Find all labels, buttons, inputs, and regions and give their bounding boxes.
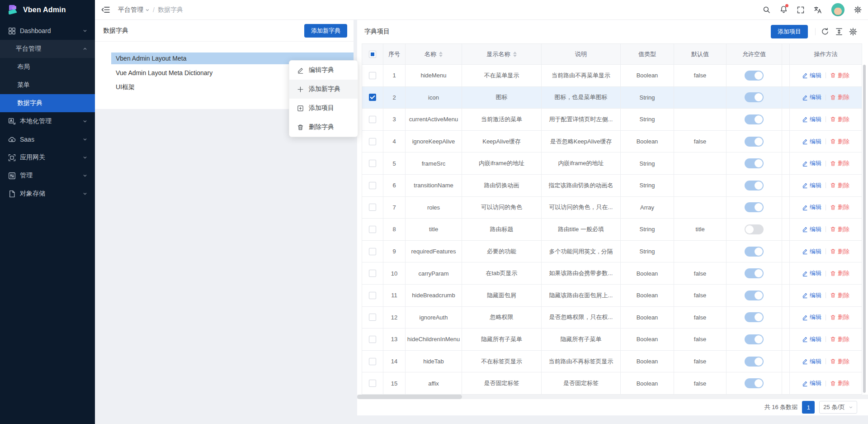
delete-link[interactable]: 删除 <box>830 115 849 124</box>
edit-link[interactable]: 编辑 <box>802 248 821 256</box>
sidebar-item-platform[interactable]: 平台管理 <box>0 40 95 58</box>
sidebar-item-saas[interactable]: Saas <box>0 130 95 148</box>
delete-link[interactable]: 删除 <box>830 71 849 80</box>
delete-link[interactable]: 删除 <box>830 313 849 321</box>
edit-link[interactable]: 编辑 <box>802 335 821 343</box>
pagination-page-1-button[interactable]: 1 <box>802 401 815 414</box>
edit-link[interactable]: 编辑 <box>802 71 821 80</box>
refresh-icon[interactable] <box>821 28 829 36</box>
nullable-toggle[interactable] <box>745 291 764 300</box>
table-settings-gear-icon[interactable] <box>849 28 857 36</box>
cell-def <box>674 197 726 219</box>
row-checkbox[interactable] <box>369 138 376 145</box>
nullable-toggle[interactable] <box>745 247 764 257</box>
edit-link[interactable]: 编辑 <box>802 357 821 366</box>
context-menu-item[interactable]: 编辑字典 <box>289 61 358 80</box>
nullable-toggle[interactable] <box>745 114 764 124</box>
edit-link[interactable]: 编辑 <box>802 269 821 277</box>
edit-link[interactable]: 编辑 <box>802 115 821 124</box>
row-checkbox[interactable] <box>369 270 376 277</box>
edit-link[interactable]: 编辑 <box>802 93 821 101</box>
sidebar-item-data-dictionary[interactable]: 数据字典 <box>0 94 95 112</box>
horizontal-scrollbar-thumb[interactable] <box>357 395 462 399</box>
nullable-toggle[interactable] <box>745 92 764 102</box>
edit-link[interactable]: 编辑 <box>802 379 821 387</box>
sidebar-item-management[interactable]: 管理 <box>0 167 95 185</box>
nullable-toggle[interactable] <box>745 224 764 234</box>
nullable-toggle[interactable] <box>745 268 764 278</box>
user-avatar[interactable] <box>831 3 844 16</box>
row-height-icon[interactable] <box>835 28 843 36</box>
sidebar-item-menu[interactable]: 菜单 <box>0 76 95 94</box>
edit-link[interactable]: 编辑 <box>802 291 821 300</box>
row-checkbox[interactable] <box>369 380 376 387</box>
nullable-toggle[interactable] <box>745 158 764 168</box>
delete-link[interactable]: 删除 <box>830 138 849 146</box>
edit-link[interactable]: 编辑 <box>802 181 821 190</box>
select-all-checkbox[interactable] <box>369 51 376 58</box>
nullable-toggle[interactable] <box>745 378 764 388</box>
nullable-toggle[interactable] <box>745 357 764 367</box>
nullable-toggle[interactable] <box>745 312 764 322</box>
delete-link[interactable]: 删除 <box>830 248 849 256</box>
context-menu-item[interactable]: 添加新字典 <box>289 80 358 99</box>
delete-link[interactable]: 删除 <box>830 225 849 233</box>
edit-link[interactable]: 编辑 <box>802 203 821 211</box>
sidebar-item-localization[interactable]: 本地化管理 <box>0 112 95 130</box>
notifications-button[interactable] <box>780 5 788 14</box>
sidebar-item-dashboard[interactable]: Dashboard <box>0 22 95 40</box>
delete-link[interactable]: 删除 <box>830 335 849 343</box>
add-item-button[interactable]: 添加项目 <box>771 25 808 38</box>
sort-icon[interactable] <box>513 52 517 57</box>
row-checkbox[interactable] <box>369 182 376 189</box>
search-icon[interactable] <box>763 6 770 14</box>
delete-link[interactable]: 删除 <box>830 379 849 387</box>
row-checkbox[interactable] <box>369 72 376 79</box>
delete-link[interactable]: 删除 <box>830 203 849 211</box>
nullable-toggle[interactable] <box>745 202 764 212</box>
row-checkbox[interactable] <box>369 160 376 167</box>
nullable-toggle[interactable] <box>745 181 764 191</box>
sidebar-item-layout[interactable]: 布局 <box>0 58 95 76</box>
add-dictionary-button[interactable]: 添加新字典 <box>304 24 347 38</box>
row-checkbox[interactable] <box>369 248 376 255</box>
edit-link[interactable]: 编辑 <box>802 138 821 146</box>
row-checkbox[interactable] <box>369 226 376 233</box>
collapse-sidebar-icon[interactable] <box>101 5 110 14</box>
delete-link[interactable]: 删除 <box>830 93 849 101</box>
delete-link[interactable]: 删除 <box>830 291 849 300</box>
header-cell-display-name[interactable]: 显示名称 <box>462 44 542 64</box>
edit-link[interactable]: 编辑 <box>802 225 821 233</box>
settings-gear-icon[interactable] <box>854 6 862 14</box>
action-separator <box>826 381 826 386</box>
row-checkbox[interactable] <box>369 292 376 299</box>
breadcrumb-item-platform[interactable]: 平台管理 <box>118 6 150 14</box>
row-checkbox[interactable] <box>369 314 376 321</box>
edit-link[interactable]: 编辑 <box>802 159 821 167</box>
page-size-select[interactable]: 25 条/页 <box>819 401 857 414</box>
row-checkbox[interactable] <box>369 358 376 365</box>
translate-icon[interactable] <box>814 6 822 14</box>
delete-link[interactable]: 删除 <box>830 181 849 190</box>
cell-idx: 5 <box>383 152 406 174</box>
row-checkbox[interactable] <box>369 116 376 123</box>
vertical-scrollbar[interactable] <box>863 65 866 393</box>
sidebar-item-gateway[interactable]: 应用网关 <box>0 148 95 167</box>
horizontal-scrollbar[interactable] <box>357 395 868 399</box>
row-checkbox[interactable] <box>369 94 376 101</box>
context-menu-item[interactable]: 删除字典 <box>289 118 358 137</box>
delete-link[interactable]: 删除 <box>830 357 849 366</box>
nullable-toggle[interactable] <box>745 71 764 81</box>
delete-link[interactable]: 删除 <box>830 159 849 167</box>
fullscreen-icon[interactable] <box>797 6 804 14</box>
nullable-toggle[interactable] <box>745 334 764 344</box>
sort-icon[interactable] <box>439 52 443 57</box>
row-checkbox[interactable] <box>369 336 376 343</box>
delete-link[interactable]: 删除 <box>830 269 849 277</box>
sidebar-item-object-storage[interactable]: 对象存储 <box>0 185 95 203</box>
row-checkbox[interactable] <box>369 204 376 211</box>
edit-link[interactable]: 编辑 <box>802 313 821 321</box>
nullable-toggle[interactable] <box>745 137 764 147</box>
context-menu-item[interactable]: 添加项目 <box>289 99 358 118</box>
header-cell-name[interactable]: 名称 <box>406 44 462 64</box>
